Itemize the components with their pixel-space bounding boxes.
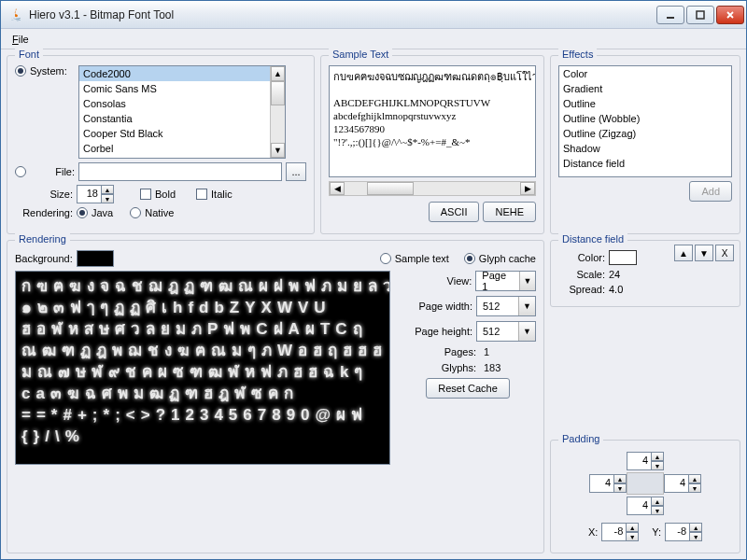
preview-glyphs: กฃฅฆงจฉชฌฎฏฑฒณผฝพฟภมยลวศษสหฬอฮ ๑๒๓ฟๅๆฏฏศ… [16,272,389,451]
file-input[interactable] [78,162,282,181]
scroll-thumb[interactable] [271,81,285,105]
df-spread-label: Spread: [558,284,605,295]
minimize-button[interactable] [656,6,684,24]
padding-y-label: Y: [652,526,661,538]
spinner-up-icon[interactable]: ▲ [101,185,114,194]
glyph-preview: กฃฅฆงจฉชฌฎฏฑฒณผฝพฟภมยลวศษสหฬอฮ ๑๒๓ฟๅๆฏฏศ… [15,271,390,465]
window-title: Hiero v3.1 - Bitmap Font Tool [29,8,656,21]
reset-cache-button[interactable]: Reset Cache [426,378,510,399]
effect-item[interactable]: Color [559,66,731,81]
padding-bottom-spinner[interactable]: 4▲▼ [627,497,664,515]
italic-checkbox[interactable] [196,189,207,200]
effect-item[interactable]: Gradient [559,81,731,96]
browse-button[interactable]: ... [286,162,306,181]
padding-x-spinner[interactable]: -8▲▼ [601,523,639,541]
system-label: System: [30,65,75,77]
df-legend: Distance field [558,233,627,245]
scroll-down-icon[interactable]: ▼ [271,143,285,158]
padding-left-spinner[interactable]: 4▲▼ [589,474,627,493]
effect-item[interactable]: Distance field [559,156,731,171]
render-controls: View: Page 1▼ Page width: 512▼ Page heig… [396,271,536,465]
effects-legend: Effects [558,49,597,60]
scroll-up-icon[interactable]: ▲ [271,66,285,81]
pages-label: Pages: [402,346,476,357]
font-item[interactable]: Corbel [79,141,285,156]
maximize-button[interactable] [686,6,714,24]
page-width-label: Page width: [400,301,472,312]
close-icon [726,10,735,20]
font-item[interactable]: Code2000 [79,66,285,81]
glyph-cache-radio-label: Glyph cache [479,253,536,264]
font-legend: Font [15,49,43,60]
df-spread-value: 4.0 [609,284,623,295]
font-item[interactable]: Comic Sans MS [79,81,285,96]
sample-legend: Sample Text [329,49,392,60]
effects-list[interactable]: Color Gradient Outline Outline (Wobble) … [558,65,732,177]
java-icon [8,7,23,22]
remove-button[interactable]: X [715,245,734,261]
java-label: Java [92,207,113,218]
font-item[interactable]: Constantia [79,111,285,126]
chevron-down-icon[interactable]: ▼ [518,297,535,315]
font-list-scrollbar[interactable]: ▲ ▼ [270,66,285,158]
ascii-button[interactable]: ASCII [429,202,480,222]
window-buttons [656,6,744,24]
df-color-swatch[interactable] [609,250,637,265]
titlebar: Hiero v3.1 - Bitmap Font Tool [1,1,746,29]
menu-file[interactable]: File [7,32,35,47]
chevron-down-icon[interactable]: ▼ [518,322,535,341]
font-item[interactable]: Consolas [79,96,285,111]
background-label: Background: [15,253,73,264]
move-up-button[interactable]: ▲ [674,245,693,261]
background-swatch[interactable] [77,250,114,267]
df-scale-label: Scale: [558,269,605,280]
scroll-right-icon[interactable]: ▶ [520,182,535,195]
nehe-button[interactable]: NEHE [483,202,536,222]
rendering-legend: Rendering [15,233,70,245]
sample-text-area[interactable]: กบฃคฅฆงจฉบซฌญฎฏฒฑฒณดตถฺ๏฿ฺบแโใไๅๆ็่้๊๋์ํ… [329,65,536,177]
view-combo[interactable]: Page 1▼ [475,271,536,291]
italic-label: Italic [211,189,233,200]
padding-group: Padding 4▲▼ 4▲▼ 4▲▼ 4▲▼ X: -8▲▼ Y: [550,440,740,553]
file-radio[interactable] [15,166,26,177]
font-list[interactable]: Code2000 Comic Sans MS Consolas Constant… [78,65,286,159]
sample-text-radio[interactable] [380,253,391,264]
padding-right-spinner[interactable]: 4▲▼ [664,474,701,493]
chevron-down-icon[interactable]: ▼ [519,272,535,290]
glyphs-value: 183 [480,362,536,373]
scroll-left-icon[interactable]: ◀ [330,182,345,195]
font-item[interactable]: Cooper Std Black [79,126,285,141]
padding-y-spinner[interactable]: -8▲▼ [665,523,702,541]
move-down-button[interactable]: ▼ [695,245,713,261]
effect-item[interactable]: Outline (Zigzag) [559,126,731,141]
sample-hscroll[interactable]: ◀ ▶ [329,181,536,196]
size-spinner[interactable]: 18 ▲▼ [77,185,114,203]
system-radio[interactable] [15,65,26,77]
close-button[interactable] [716,6,744,24]
file-label: File: [30,166,75,177]
df-color-label: Color: [558,252,605,263]
padding-top-spinner[interactable]: 4▲▼ [627,452,664,470]
distance-field-group: Distance field ▲ ▼ X Color: Scale:24 Spr… [550,240,740,307]
size-value[interactable]: 18 [77,185,101,203]
page-width-combo[interactable]: 512▼ [476,296,536,316]
pages-value: 1 [480,346,536,357]
client-area: Font System: Code2000 Comic Sans MS Cons… [1,49,746,559]
scroll-thumb[interactable] [367,182,414,195]
rendering-group: Rendering Background: Sample text Glyph … [7,240,544,553]
rendering-label: Rendering: [15,207,73,218]
java-radio[interactable] [77,207,88,218]
spinner-down-icon[interactable]: ▼ [101,194,114,203]
page-height-combo[interactable]: 512▼ [476,321,536,342]
native-radio[interactable] [130,207,141,218]
native-label: Native [145,207,174,218]
effect-item[interactable]: Outline [559,96,731,111]
glyph-cache-radio[interactable] [464,253,475,264]
add-effect-button[interactable]: Add [689,181,732,202]
sample-text-group: Sample Text กบฃคฅฆงจฉบซฌญฎฏฒฑฒณดตถฺ๏฿ฺบแ… [320,55,544,234]
menubar: File [1,29,746,49]
bold-checkbox[interactable] [140,189,151,200]
effect-item[interactable]: Outline (Wobble) [559,111,731,126]
effect-item[interactable]: Shadow [559,141,731,156]
bold-label: Bold [155,189,176,200]
